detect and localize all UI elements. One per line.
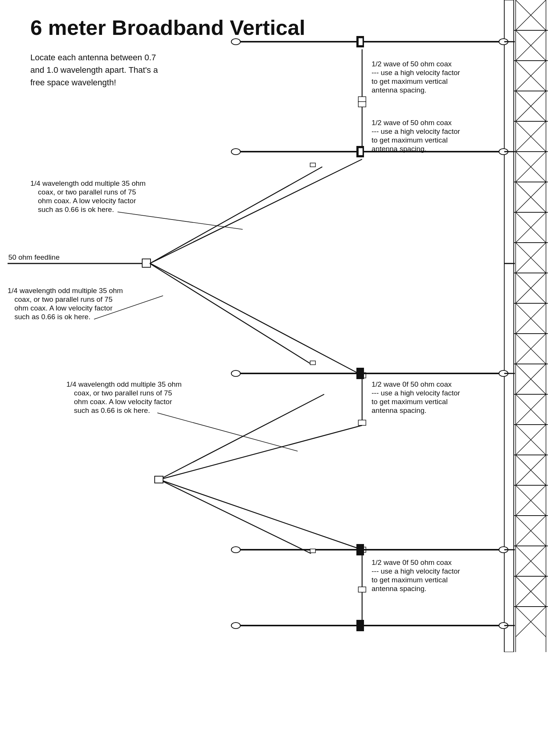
coax-label-mid1-line2: --- use a high velocity factor bbox=[372, 389, 460, 397]
svg-rect-106 bbox=[356, 544, 364, 555]
svg-point-69 bbox=[231, 39, 240, 45]
svg-rect-74 bbox=[358, 102, 366, 107]
coax-label-top2-line3: to get maximum vertical bbox=[372, 136, 448, 144]
svg-line-97 bbox=[159, 394, 324, 480]
antenna-diagram: text { font-family: Arial, sans-serif; f… bbox=[0, 0, 560, 652]
coax-label-mid1-line3: to get maximum vertical bbox=[372, 398, 448, 406]
tower-bracing bbox=[516, 0, 546, 637]
quarter-wave-label-bottom-line2: coax, or two parallel runs of 75 bbox=[74, 389, 172, 397]
coax-label-top1-line2: --- use a high velocity factor bbox=[372, 69, 460, 77]
svg-line-86 bbox=[150, 167, 322, 263]
quarter-wave-label-lower-left-line2: coax, or two parallel runs of 75 bbox=[14, 295, 113, 303]
svg-rect-104 bbox=[358, 587, 366, 592]
page: 6 meter Broadband Vertical Locate each a… bbox=[0, 0, 560, 737]
svg-line-81 bbox=[150, 159, 362, 263]
svg-rect-73 bbox=[358, 97, 366, 102]
coax-label-mid2-line3: to get maximum vertical bbox=[372, 576, 448, 584]
quarter-wave-label-bottom-line4: such as 0.66 is ok here. bbox=[74, 406, 150, 414]
quarter-wave-label-upper-line4: such as 0.66 is ok here. bbox=[38, 205, 114, 213]
svg-line-85 bbox=[151, 263, 362, 375]
quarter-wave-label-upper-line3: ohm coax. A low velocity factor bbox=[38, 197, 136, 205]
svg-rect-120 bbox=[310, 163, 315, 167]
svg-rect-122 bbox=[310, 549, 315, 553]
quarter-wave-label-upper: 1/4 wavelength odd multiple 35 ohm bbox=[30, 179, 146, 187]
svg-rect-71 bbox=[358, 38, 363, 45]
svg-rect-121 bbox=[310, 361, 315, 365]
coax-label-top1-line3: to get maximum vertical bbox=[372, 77, 448, 85]
svg-line-99 bbox=[159, 480, 311, 554]
coax-label-mid1-line4: antenna spacing. bbox=[372, 406, 427, 414]
svg-point-78 bbox=[231, 149, 240, 155]
coax-label-top2-line4: antenna spacing. bbox=[372, 145, 427, 153]
svg-rect-80 bbox=[358, 148, 363, 155]
coax-label-top2-line2: --- use a high velocity factor bbox=[372, 127, 460, 135]
quarter-wave-label-upper-line2: coax, or two parallel runs of 75 bbox=[38, 188, 136, 196]
svg-point-94 bbox=[231, 370, 240, 376]
svg-point-112 bbox=[231, 623, 240, 629]
coax-label-mid1: 1/2 wave 0f 50 ohm coax bbox=[372, 380, 452, 388]
quarter-wave-label-lower-left-line3: ohm coax. A low velocity factor bbox=[14, 304, 113, 312]
coax-label-top2: 1/2 wave of 50 ohm coax bbox=[372, 119, 452, 127]
svg-rect-93 bbox=[356, 368, 364, 379]
feedline-label: 50 ohm feedline bbox=[8, 253, 60, 261]
coax-label-mid2-line4: antenna spacing. bbox=[372, 585, 427, 593]
svg-rect-111 bbox=[356, 620, 364, 631]
coax-label-mid2-line2: --- use a high velocity factor bbox=[372, 567, 460, 575]
coax-label-mid2: 1/2 wave 0f 50 ohm coax bbox=[372, 558, 452, 566]
svg-rect-91 bbox=[358, 420, 366, 425]
quarter-wave-label-bottom: 1/4 wavelength odd multiple 35 ohm bbox=[66, 380, 182, 388]
svg-rect-100 bbox=[155, 476, 163, 483]
quarter-wave-label-lower-left: 1/4 wavelength odd multiple 35 ohm bbox=[8, 287, 123, 295]
svg-rect-64 bbox=[504, 0, 514, 652]
coax-label-top1-line4: antenna spacing. bbox=[372, 86, 427, 94]
coax-label-top1: 1/2 wave of 50 ohm coax bbox=[372, 60, 452, 68]
svg-line-98 bbox=[159, 480, 362, 550]
svg-point-107 bbox=[231, 547, 240, 553]
quarter-wave-label-bottom-line3: ohm coax. A low velocity factor bbox=[74, 398, 172, 406]
svg-line-82 bbox=[118, 212, 243, 229]
quarter-wave-label-lower-left-line4: such as 0.66 is ok here. bbox=[14, 313, 91, 321]
svg-line-96 bbox=[159, 425, 362, 480]
svg-rect-84 bbox=[142, 259, 151, 267]
svg-line-87 bbox=[150, 263, 311, 364]
